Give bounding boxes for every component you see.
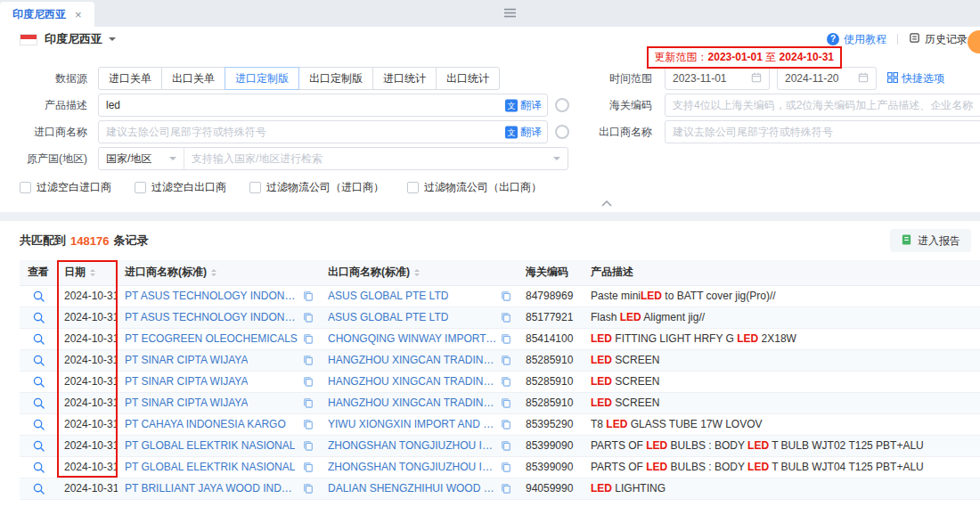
- exporter-link[interactable]: YIWU XIONGXIN IMPORT AND EXPORT...: [328, 418, 497, 430]
- exporter-link[interactable]: ASUS GLOBAL PTE LTD: [328, 290, 448, 302]
- history-label: 历史记录: [925, 32, 968, 47]
- tab-menu-icon[interactable]: [504, 8, 516, 18]
- translate-button[interactable]: 文 翻译: [505, 125, 542, 140]
- sort-icon[interactable]: [414, 266, 420, 279]
- chevron-down-icon[interactable]: [553, 153, 568, 164]
- exporter-input[interactable]: [665, 120, 980, 143]
- importer-input[interactable]: [98, 120, 548, 143]
- sort-icon[interactable]: [90, 266, 95, 279]
- copy-icon[interactable]: [501, 419, 511, 429]
- history-link[interactable]: 历史记录: [909, 32, 968, 47]
- filter-checkbox[interactable]: 过滤空白出口商: [135, 180, 226, 195]
- collapse-panel-button[interactable]: [590, 197, 624, 209]
- importer-link[interactable]: PT CAHAYA INDONESIA KARGO: [125, 418, 286, 430]
- copy-icon[interactable]: [501, 290, 511, 301]
- column-header[interactable]: 产品描述: [584, 260, 980, 285]
- importer-link[interactable]: PT ECOGREEN OLEOCHEMICALS: [125, 332, 298, 345]
- origin-search-input[interactable]: [184, 148, 553, 169]
- magnifier-icon[interactable]: [33, 355, 45, 366]
- filter-checkbox[interactable]: 过滤空白进口商: [20, 180, 111, 195]
- magnifier-icon[interactable]: [33, 376, 45, 388]
- importer-link[interactable]: PT ASUS TECHNOLOGY INDONESIA BA...: [125, 311, 299, 323]
- table-row: 2024-10-31PT SINAR CIPTA WIJAYAHANGZHOU …: [20, 371, 980, 392]
- copy-icon[interactable]: [303, 483, 314, 494]
- copy-icon[interactable]: [501, 312, 511, 323]
- product-desc-input[interactable]: [98, 94, 548, 117]
- exporter-link[interactable]: HANGZHOU XINGCAN TRADING CO LTD: [328, 375, 497, 388]
- table-row: 2024-10-31PT SINAR CIPTA WIJAYAHANGZHOU …: [20, 349, 980, 371]
- column-header[interactable]: 进口商名称(标准): [118, 260, 321, 285]
- magnifier-icon[interactable]: [33, 440, 45, 452]
- quick-options-link[interactable]: 快捷选项: [887, 71, 944, 86]
- header-divider: [897, 34, 898, 45]
- importer-cell: PT GLOBAL ELEKTRIK NASIONAL: [118, 456, 321, 478]
- copy-icon[interactable]: [501, 397, 511, 408]
- data-source-tab[interactable]: 出口关单: [161, 67, 225, 90]
- origin-type-select[interactable]: 国家/地区: [99, 148, 184, 169]
- importer-cell: PT BRILLIANT JAYA WOOD INDUSTRY: [118, 478, 321, 499]
- copy-icon[interactable]: [501, 333, 511, 344]
- exporter-link[interactable]: DALIAN SHENGZHIHUI WOOD INDUST...: [328, 482, 497, 495]
- importer-link[interactable]: PT GLOBAL ELEKTRIK NASIONAL: [125, 461, 295, 473]
- copy-icon[interactable]: [501, 483, 511, 494]
- copy-icon[interactable]: [303, 462, 314, 472]
- update-range-joiner: 至: [765, 51, 776, 63]
- translate-button[interactable]: 文 翻译: [505, 98, 542, 113]
- exporter-link[interactable]: ASUS GLOBAL PTE LTD: [328, 311, 448, 323]
- data-source-tab[interactable]: 进口定制版: [225, 67, 299, 90]
- data-source-tab[interactable]: 进口统计: [372, 67, 437, 90]
- importer-link[interactable]: PT SINAR CIPTA WIJAYA: [125, 354, 248, 366]
- product-desc-cell: LED SCREEN: [584, 349, 980, 371]
- report-icon: [901, 233, 912, 248]
- importer-link[interactable]: PT ASUS TECHNOLOGY INDONESIA BA...: [125, 290, 299, 302]
- magnifier-icon[interactable]: [33, 290, 45, 302]
- data-source-tab[interactable]: 出口统计: [436, 67, 500, 90]
- magnifier-icon[interactable]: [33, 462, 45, 473]
- importer-link[interactable]: PT SINAR CIPTA WIJAYA: [125, 397, 248, 409]
- synonym-toggle-icon[interactable]: [555, 125, 569, 139]
- synonym-toggle-icon[interactable]: [555, 98, 569, 112]
- sort-icon[interactable]: [211, 266, 216, 279]
- column-header[interactable]: 海关编码: [519, 260, 584, 285]
- copy-icon[interactable]: [501, 376, 511, 387]
- copy-icon[interactable]: [303, 376, 314, 387]
- copy-icon[interactable]: [303, 419, 314, 429]
- importer-link[interactable]: PT GLOBAL ELEKTRIK NASIONAL: [125, 439, 295, 452]
- exporter-link[interactable]: CHONGQING WINWAY IMPORT AND E...: [328, 332, 497, 345]
- enter-report-button[interactable]: 进入报告: [890, 229, 971, 252]
- exporter-link[interactable]: HANGZHOU XINGCAN TRADING CO LTD: [328, 397, 497, 409]
- magnifier-icon[interactable]: [33, 419, 45, 430]
- copy-icon[interactable]: [501, 355, 511, 365]
- magnifier-icon[interactable]: [33, 312, 45, 323]
- exporter-link[interactable]: ZHONGSHAN TONGJIUZHOU INTERNA...: [328, 461, 497, 473]
- country-chevron-down-icon[interactable]: [109, 37, 116, 45]
- copy-icon[interactable]: [303, 290, 314, 301]
- column-header[interactable]: 日期: [57, 260, 118, 285]
- copy-icon[interactable]: [303, 333, 314, 344]
- copy-icon[interactable]: [303, 355, 314, 365]
- data-source-tab[interactable]: 出口定制版: [298, 67, 373, 90]
- copy-icon[interactable]: [501, 462, 511, 472]
- hs-code-input[interactable]: [665, 94, 980, 117]
- copy-icon[interactable]: [303, 397, 314, 408]
- column-header[interactable]: 查看: [20, 260, 57, 285]
- data-source-tab[interactable]: 进口关单: [98, 67, 162, 90]
- exporter-link[interactable]: HANGZHOU XINGCAN TRADING CO LTD: [328, 354, 497, 366]
- copy-icon[interactable]: [303, 312, 314, 323]
- exporter-link[interactable]: ZHONGSHAN TONGJIUZHOU INTERNA...: [328, 439, 497, 452]
- magnifier-icon[interactable]: [33, 333, 45, 345]
- date-from-input[interactable]: 2023-11-01: [665, 67, 770, 90]
- tutorial-link[interactable]: ? 使用教程: [827, 32, 886, 47]
- copy-icon[interactable]: [501, 440, 511, 451]
- filter-checkbox[interactable]: 过滤物流公司（进口商）: [249, 180, 384, 195]
- importer-link[interactable]: PT SINAR CIPTA WIJAYA: [125, 375, 248, 388]
- close-tab-icon[interactable]: ×: [75, 8, 82, 21]
- country-tab[interactable]: 印度尼西亚 ×: [0, 2, 94, 27]
- date-to-input[interactable]: 2024-11-20: [777, 67, 877, 90]
- filter-checkbox[interactable]: 过滤物流公司（出口商）: [407, 180, 542, 195]
- copy-icon[interactable]: [303, 440, 314, 451]
- magnifier-icon[interactable]: [33, 483, 45, 495]
- magnifier-icon[interactable]: [33, 397, 45, 409]
- importer-link[interactable]: PT BRILLIANT JAYA WOOD INDUSTRY: [125, 482, 299, 495]
- column-header[interactable]: 出口商名称(标准): [321, 260, 519, 285]
